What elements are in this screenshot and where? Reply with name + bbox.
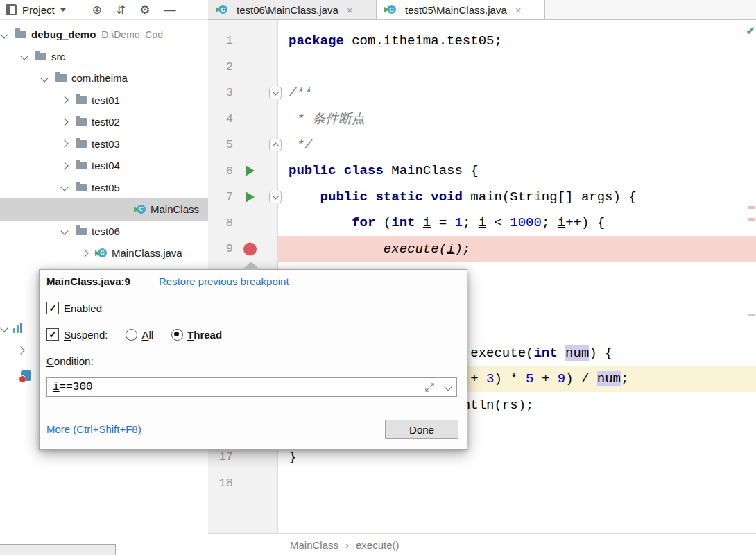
folder-icon bbox=[76, 162, 87, 169]
suspend-all-radio[interactable] bbox=[126, 329, 137, 341]
line-number[interactable]: 2 bbox=[208, 60, 233, 74]
left-rail-row-structure[interactable] bbox=[1, 323, 22, 333]
collapse-all-icon[interactable]: ⇵ bbox=[116, 4, 126, 16]
condition-value: i==300 bbox=[53, 381, 93, 393]
fold-marker-icon[interactable] bbox=[269, 191, 282, 203]
run-arrow-icon[interactable] bbox=[246, 191, 255, 203]
chevron-right-icon[interactable] bbox=[80, 249, 88, 257]
tree-item-test04[interactable]: test04 bbox=[0, 155, 208, 177]
tree-item-test03[interactable]: test03 bbox=[0, 133, 208, 155]
chevron-right-icon[interactable] bbox=[60, 96, 68, 104]
editor-tab-test06-mainclass-java[interactable]: Ctest06\MainClass.java× bbox=[208, 0, 377, 19]
tree-item-hint: D:\Demo_Cod bbox=[101, 29, 163, 40]
code-line-4: 4 * 条件断点 bbox=[208, 106, 756, 133]
chevron-down-icon[interactable] bbox=[60, 184, 68, 191]
fold-marker-icon[interactable] bbox=[269, 87, 282, 99]
code-text[interactable]: package com.itheima.test05; bbox=[278, 28, 756, 54]
editor-tab-test05-mainclass-java[interactable]: Ctest05\MainClass.java× bbox=[377, 0, 545, 19]
project-tree: debug_demoD:\Demo_Codsrccom.itheimatest0… bbox=[0, 24, 208, 264]
breadcrumb-item[interactable]: execute() bbox=[356, 539, 400, 551]
chevron-down-icon[interactable] bbox=[60, 228, 68, 235]
code-line-3: 3/** bbox=[208, 80, 756, 106]
code-text[interactable]: execute(i); bbox=[278, 236, 756, 262]
tree-item-test05[interactable]: test05 bbox=[0, 177, 208, 199]
chevron-right-icon[interactable] bbox=[60, 140, 68, 148]
tree-item-test06[interactable]: test06 bbox=[0, 221, 208, 243]
condition-input[interactable]: i==300 bbox=[46, 377, 457, 397]
run-arrow-icon[interactable] bbox=[246, 165, 255, 176]
suspend-thread-label: Thread bbox=[187, 329, 222, 341]
chevron-down-icon[interactable] bbox=[20, 53, 28, 60]
debugger-badge-icon bbox=[21, 370, 31, 381]
close-tab-icon[interactable]: × bbox=[347, 4, 353, 16]
restore-breakpoint-link[interactable]: Restore previous breakpoint bbox=[159, 275, 289, 287]
fold-chevron bbox=[272, 192, 279, 199]
left-rail-row-debugger[interactable] bbox=[21, 370, 31, 381]
ide-screenshot: { "colors":{ "keyword":"#00007d","number… bbox=[0, 0, 756, 555]
code-line-9: 9 execute(i); bbox=[208, 236, 756, 262]
line-number[interactable]: 1 bbox=[208, 34, 233, 47]
chevron-down-icon[interactable] bbox=[0, 31, 8, 38]
class-circle: C bbox=[218, 5, 227, 14]
tree-item-test01[interactable]: test01 bbox=[0, 89, 208, 112]
tree-item-test02[interactable]: test02 bbox=[0, 111, 208, 133]
folder-icon bbox=[76, 184, 87, 191]
enabled-label: Enabled bbox=[64, 302, 102, 314]
line-number[interactable]: 18 bbox=[208, 477, 233, 490]
line-number[interactable]: 3 bbox=[208, 86, 233, 99]
tree-item-com-itheima[interactable]: com.itheima bbox=[0, 67, 208, 89]
code-text[interactable]: for (int i = 1; i < 1000; i++) { bbox=[278, 210, 756, 237]
stripe-mark[interactable] bbox=[748, 206, 755, 209]
code-text[interactable]: /** bbox=[278, 80, 756, 106]
breakpoint-icon[interactable] bbox=[243, 242, 257, 255]
tree-item-mainclass[interactable]: CMainClass bbox=[0, 198, 208, 221]
tree-item-label: test03 bbox=[92, 138, 120, 150]
chevron-down-icon[interactable] bbox=[40, 74, 48, 82]
code-text[interactable]: * 条件断点 bbox=[278, 106, 756, 133]
line-number[interactable]: 7 bbox=[208, 190, 233, 203]
fold-marker-icon[interactable] bbox=[269, 139, 282, 151]
chevron-down-icon[interactable] bbox=[444, 383, 452, 391]
enabled-checkbox[interactable]: ✓ bbox=[46, 302, 59, 314]
tree-item-mainclass-java[interactable]: CMainClass.java bbox=[0, 242, 208, 264]
chevron-right-icon[interactable] bbox=[60, 118, 68, 126]
code-text[interactable]: */ bbox=[278, 132, 756, 158]
inspection-ok-icon[interactable]: ✔ bbox=[746, 24, 755, 37]
tool-window-icon[interactable] bbox=[6, 4, 17, 15]
tree-item-debug-demo[interactable]: debug_demoD:\Demo_Cod bbox=[0, 24, 208, 46]
suspend-checkbox[interactable]: ✓ bbox=[46, 328, 59, 341]
line-number[interactable]: 8 bbox=[208, 216, 233, 230]
close-tab-icon[interactable]: × bbox=[515, 4, 522, 16]
breadcrumb-item[interactable]: MainClass bbox=[290, 539, 338, 551]
code-text[interactable]: public class MainClass { bbox=[278, 158, 756, 185]
breadcrumb-separator: › bbox=[345, 539, 349, 551]
stripe-mark[interactable] bbox=[748, 314, 755, 316]
locate-file-icon[interactable]: ⊕ bbox=[92, 4, 102, 16]
code-text[interactable] bbox=[278, 470, 756, 497]
stripe-mark[interactable] bbox=[748, 218, 755, 221]
class-icon: C bbox=[385, 4, 397, 15]
chevron-right-icon[interactable] bbox=[17, 346, 24, 354]
code-text[interactable]: public static void main(String[] args) { bbox=[278, 184, 756, 210]
more-settings-link[interactable]: More (Ctrl+Shift+F8) bbox=[46, 423, 141, 435]
chevron-right-icon[interactable] bbox=[60, 162, 68, 169]
tab-label: test06\MainClass.java bbox=[237, 4, 338, 16]
suspend-thread-radio[interactable] bbox=[171, 329, 183, 341]
condition-label-row: Condition: bbox=[46, 355, 94, 367]
tree-item-src[interactable]: src bbox=[0, 46, 208, 68]
line-number[interactable]: 5 bbox=[208, 138, 233, 151]
project-panel-title[interactable]: Project bbox=[22, 4, 55, 16]
expand-editor-icon[interactable] bbox=[425, 383, 434, 392]
editor-tab-bar: Ctest06\MainClass.java×Ctest05\MainClass… bbox=[208, 0, 756, 20]
line-number[interactable]: 6 bbox=[208, 164, 233, 178]
settings-gear-icon[interactable]: ⚙ bbox=[139, 4, 150, 16]
code-text[interactable] bbox=[278, 54, 756, 80]
done-button[interactable]: Done bbox=[385, 420, 458, 439]
left-rail-row-collapsed[interactable] bbox=[18, 348, 24, 353]
line-number[interactable]: 4 bbox=[208, 112, 233, 126]
chevron-down-icon[interactable] bbox=[0, 324, 8, 332]
chevron-down-icon[interactable] bbox=[60, 8, 66, 12]
line-number[interactable]: 9 bbox=[208, 242, 233, 255]
line-number[interactable]: 17 bbox=[208, 450, 233, 463]
hide-panel-icon[interactable]: — bbox=[164, 4, 175, 16]
